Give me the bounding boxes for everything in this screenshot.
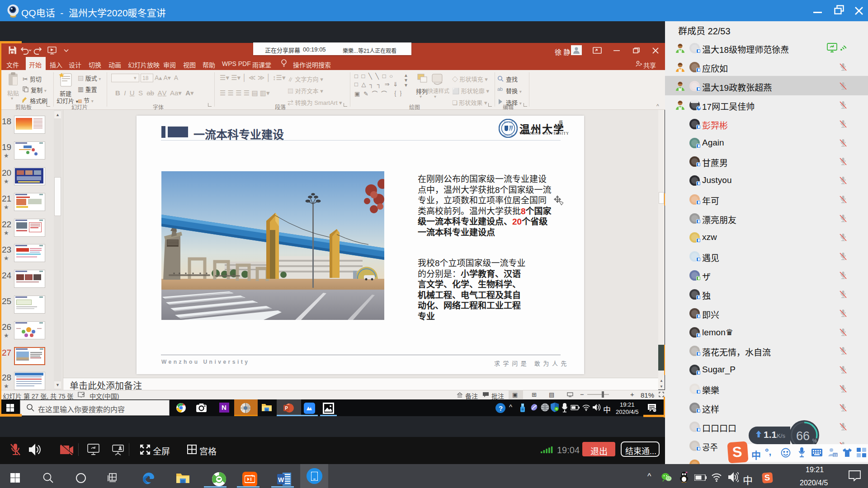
svg-text:W: W <box>278 476 284 483</box>
svg-text:温 州 大 学: 温 州 大 学 <box>504 121 513 124</box>
svg-text:%: % <box>812 437 816 443</box>
svg-text:13: 13 <box>834 454 837 457</box>
svg-text:66: 66 <box>796 429 810 443</box>
svg-text:P: P <box>285 406 288 411</box>
svg-text:WENZHOU UNIV: WENZHOU UNIV <box>502 135 514 136</box>
